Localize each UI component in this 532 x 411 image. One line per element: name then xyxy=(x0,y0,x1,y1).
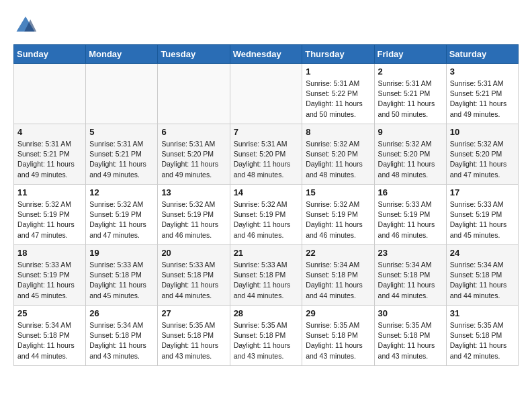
day-cell: 23Sunrise: 5:34 AM Sunset: 5:18 PM Dayli… xyxy=(374,245,446,306)
day-cell: 10Sunrise: 5:32 AM Sunset: 5:20 PM Dayli… xyxy=(446,124,518,185)
day-detail: Sunrise: 5:35 AM Sunset: 5:18 PM Dayligh… xyxy=(450,320,515,361)
day-number: 29 xyxy=(306,308,370,318)
day-cell: 3Sunrise: 5:31 AM Sunset: 5:21 PM Daylig… xyxy=(446,64,518,124)
day-detail: Sunrise: 5:32 AM Sunset: 5:20 PM Dayligh… xyxy=(450,139,515,180)
day-number: 20 xyxy=(161,248,226,258)
day-detail: Sunrise: 5:32 AM Sunset: 5:19 PM Dayligh… xyxy=(17,199,82,240)
day-detail: Sunrise: 5:33 AM Sunset: 5:18 PM Dayligh… xyxy=(234,260,299,301)
day-cell: 13Sunrise: 5:32 AM Sunset: 5:19 PM Dayli… xyxy=(158,185,230,245)
day-cell xyxy=(86,64,158,124)
day-cell: 7Sunrise: 5:31 AM Sunset: 5:20 PM Daylig… xyxy=(230,124,302,185)
day-detail: Sunrise: 5:32 AM Sunset: 5:19 PM Dayligh… xyxy=(306,199,370,240)
day-detail: Sunrise: 5:31 AM Sunset: 5:20 PM Dayligh… xyxy=(234,139,299,180)
logo-icon xyxy=(13,13,38,38)
day-number: 25 xyxy=(17,308,82,318)
day-cell: 20Sunrise: 5:33 AM Sunset: 5:18 PM Dayli… xyxy=(158,245,230,306)
day-cell: 4Sunrise: 5:31 AM Sunset: 5:21 PM Daylig… xyxy=(14,124,86,185)
day-cell: 19Sunrise: 5:33 AM Sunset: 5:18 PM Dayli… xyxy=(86,245,158,306)
day-number: 28 xyxy=(234,308,299,318)
day-detail: Sunrise: 5:32 AM Sunset: 5:19 PM Dayligh… xyxy=(234,199,299,240)
day-cell: 31Sunrise: 5:35 AM Sunset: 5:18 PM Dayli… xyxy=(446,306,518,366)
day-detail: Sunrise: 5:34 AM Sunset: 5:18 PM Dayligh… xyxy=(89,320,154,361)
day-cell xyxy=(230,64,302,124)
day-number: 16 xyxy=(378,187,443,197)
day-cell: 8Sunrise: 5:32 AM Sunset: 5:20 PM Daylig… xyxy=(302,124,374,185)
day-number: 3 xyxy=(450,66,515,77)
day-detail: Sunrise: 5:33 AM Sunset: 5:18 PM Dayligh… xyxy=(161,260,226,301)
col-header-monday: Monday xyxy=(86,45,158,64)
day-detail: Sunrise: 5:33 AM Sunset: 5:19 PM Dayligh… xyxy=(378,199,443,240)
day-cell xyxy=(14,64,86,124)
day-detail: Sunrise: 5:31 AM Sunset: 5:21 PM Dayligh… xyxy=(450,79,515,120)
day-cell: 25Sunrise: 5:34 AM Sunset: 5:18 PM Dayli… xyxy=(14,306,86,366)
day-cell: 16Sunrise: 5:33 AM Sunset: 5:19 PM Dayli… xyxy=(374,185,446,245)
day-detail: Sunrise: 5:31 AM Sunset: 5:21 PM Dayligh… xyxy=(378,79,443,120)
day-number: 23 xyxy=(378,248,443,258)
day-cell: 6Sunrise: 5:31 AM Sunset: 5:20 PM Daylig… xyxy=(158,124,230,185)
day-number: 1 xyxy=(306,66,370,77)
day-number: 7 xyxy=(234,127,299,137)
page-header xyxy=(13,13,519,38)
week-row-1: 1Sunrise: 5:31 AM Sunset: 5:22 PM Daylig… xyxy=(14,64,519,124)
day-cell: 29Sunrise: 5:35 AM Sunset: 5:18 PM Dayli… xyxy=(302,306,374,366)
col-header-saturday: Saturday xyxy=(446,45,518,64)
calendar-table: SundayMondayTuesdayWednesdayThursdayFrid… xyxy=(13,44,519,366)
day-detail: Sunrise: 5:34 AM Sunset: 5:18 PM Dayligh… xyxy=(306,260,370,301)
day-number: 9 xyxy=(378,127,443,137)
day-number: 18 xyxy=(17,248,82,258)
day-detail: Sunrise: 5:32 AM Sunset: 5:20 PM Dayligh… xyxy=(306,139,370,180)
day-number: 13 xyxy=(161,187,226,197)
day-cell: 21Sunrise: 5:33 AM Sunset: 5:18 PM Dayli… xyxy=(230,245,302,306)
day-number: 21 xyxy=(234,248,299,258)
day-number: 10 xyxy=(450,127,515,137)
day-number: 11 xyxy=(17,187,82,197)
day-detail: Sunrise: 5:31 AM Sunset: 5:22 PM Dayligh… xyxy=(306,79,370,120)
day-cell: 14Sunrise: 5:32 AM Sunset: 5:19 PM Dayli… xyxy=(230,185,302,245)
day-number: 15 xyxy=(306,187,370,197)
day-number: 2 xyxy=(378,66,443,77)
day-cell: 1Sunrise: 5:31 AM Sunset: 5:22 PM Daylig… xyxy=(302,64,374,124)
day-cell xyxy=(158,64,230,124)
day-detail: Sunrise: 5:32 AM Sunset: 5:19 PM Dayligh… xyxy=(161,199,226,240)
day-detail: Sunrise: 5:32 AM Sunset: 5:19 PM Dayligh… xyxy=(89,199,154,240)
day-detail: Sunrise: 5:33 AM Sunset: 5:19 PM Dayligh… xyxy=(17,260,82,301)
day-detail: Sunrise: 5:35 AM Sunset: 5:18 PM Dayligh… xyxy=(306,320,370,361)
logo xyxy=(13,13,42,38)
day-number: 27 xyxy=(161,308,226,318)
week-row-3: 11Sunrise: 5:32 AM Sunset: 5:19 PM Dayli… xyxy=(14,185,519,245)
col-header-wednesday: Wednesday xyxy=(230,45,302,64)
day-number: 12 xyxy=(89,187,154,197)
day-detail: Sunrise: 5:34 AM Sunset: 5:18 PM Dayligh… xyxy=(450,260,515,301)
week-row-5: 25Sunrise: 5:34 AM Sunset: 5:18 PM Dayli… xyxy=(14,306,519,366)
day-number: 14 xyxy=(234,187,299,197)
day-cell: 28Sunrise: 5:35 AM Sunset: 5:18 PM Dayli… xyxy=(230,306,302,366)
day-detail: Sunrise: 5:32 AM Sunset: 5:20 PM Dayligh… xyxy=(378,139,443,180)
day-number: 17 xyxy=(450,187,515,197)
week-row-2: 4Sunrise: 5:31 AM Sunset: 5:21 PM Daylig… xyxy=(14,124,519,185)
day-cell: 18Sunrise: 5:33 AM Sunset: 5:19 PM Dayli… xyxy=(14,245,86,306)
day-detail: Sunrise: 5:31 AM Sunset: 5:20 PM Dayligh… xyxy=(161,139,226,180)
day-number: 5 xyxy=(89,127,154,137)
day-detail: Sunrise: 5:31 AM Sunset: 5:21 PM Dayligh… xyxy=(17,139,82,180)
day-number: 6 xyxy=(161,127,226,137)
day-number: 19 xyxy=(89,248,154,258)
day-detail: Sunrise: 5:35 AM Sunset: 5:18 PM Dayligh… xyxy=(234,320,299,361)
day-number: 31 xyxy=(450,308,515,318)
day-detail: Sunrise: 5:31 AM Sunset: 5:21 PM Dayligh… xyxy=(89,139,154,180)
day-number: 8 xyxy=(306,127,370,137)
day-cell: 5Sunrise: 5:31 AM Sunset: 5:21 PM Daylig… xyxy=(86,124,158,185)
day-detail: Sunrise: 5:33 AM Sunset: 5:18 PM Dayligh… xyxy=(89,260,154,301)
col-header-tuesday: Tuesday xyxy=(158,45,230,64)
day-detail: Sunrise: 5:35 AM Sunset: 5:18 PM Dayligh… xyxy=(161,320,226,361)
day-number: 24 xyxy=(450,248,515,258)
day-detail: Sunrise: 5:34 AM Sunset: 5:18 PM Dayligh… xyxy=(378,260,443,301)
day-cell: 22Sunrise: 5:34 AM Sunset: 5:18 PM Dayli… xyxy=(302,245,374,306)
day-number: 22 xyxy=(306,248,370,258)
day-cell: 24Sunrise: 5:34 AM Sunset: 5:18 PM Dayli… xyxy=(446,245,518,306)
day-cell: 26Sunrise: 5:34 AM Sunset: 5:18 PM Dayli… xyxy=(86,306,158,366)
day-cell: 15Sunrise: 5:32 AM Sunset: 5:19 PM Dayli… xyxy=(302,185,374,245)
day-cell: 30Sunrise: 5:35 AM Sunset: 5:18 PM Dayli… xyxy=(374,306,446,366)
day-cell: 27Sunrise: 5:35 AM Sunset: 5:18 PM Dayli… xyxy=(158,306,230,366)
col-header-thursday: Thursday xyxy=(302,45,374,64)
col-header-sunday: Sunday xyxy=(14,45,86,64)
